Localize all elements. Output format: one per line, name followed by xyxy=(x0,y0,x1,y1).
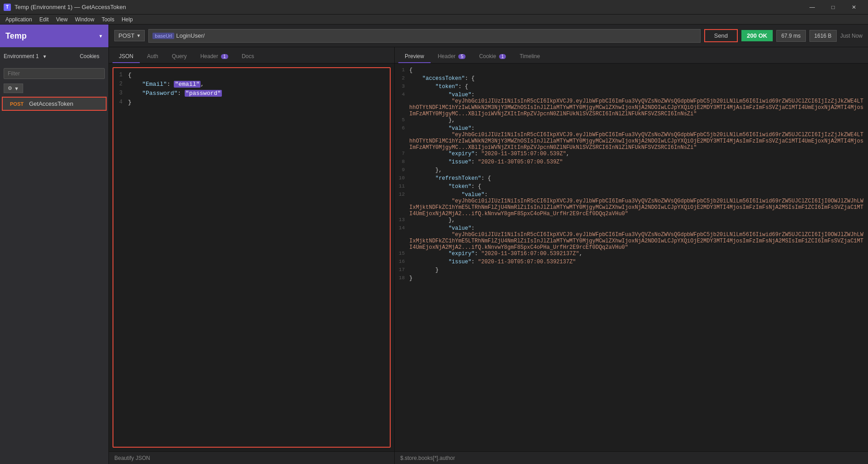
rc-line-6: 6 "value": "eyJhbGci0iJIUzI1NiIsInR5cCI6… xyxy=(395,125,868,151)
status-badge: 200 OK xyxy=(741,30,773,41)
method-dropdown-icon: ▼ xyxy=(136,33,141,38)
tab-auth[interactable]: Auth xyxy=(141,50,165,63)
app-icon: T xyxy=(4,4,11,11)
panels-container: JSON Auth Query Header 1 Docs 1 xyxy=(109,47,868,464)
rc-line-16: 16 "issue": "2020-11-30T05:07:00.5392137… xyxy=(395,259,868,267)
rc-line-17: 17 } xyxy=(395,267,868,275)
tab-preview[interactable]: Preview xyxy=(398,50,431,63)
gear-icon: ⚙ xyxy=(8,85,12,91)
rc-line-14: 14 "value": "eyJhbGci0iJIUzI1NiIsInR5cCI… xyxy=(395,225,868,251)
code-line-2: 2 "Email": "email", xyxy=(113,81,390,90)
response-status-bar: $.store.books[*].author xyxy=(395,451,868,464)
request-name: GetAccessToken xyxy=(29,100,74,107)
rc-line-11: 11 "token": { xyxy=(395,183,868,192)
method-value: POST xyxy=(118,32,134,39)
beautify-bar: Beautify JSON xyxy=(109,451,394,464)
code-line-3: 3 "Password": "password" xyxy=(113,90,390,99)
rc-line-2: 2 "accessToken": { xyxy=(395,75,868,84)
sidebar-filter-area xyxy=(0,65,108,82)
request-bar: POST ▼ baseUrl LoginUser/ Send 200 OK 67… xyxy=(109,25,868,47)
timing-badge: 67.9 ms xyxy=(776,30,806,42)
menu-window[interactable]: Window xyxy=(71,15,98,24)
url-path: LoginUser/ xyxy=(176,32,205,39)
send-button[interactable]: Send xyxy=(704,29,738,42)
menu-application[interactable]: Application xyxy=(2,15,36,24)
window-title: Temp (Environment 1) — GetAccessToken xyxy=(15,4,126,10)
resp-header-badge: 5 xyxy=(458,54,466,59)
cookies-button[interactable]: Cookies xyxy=(74,51,105,61)
method-label: POST xyxy=(8,101,25,107)
rc-line-18: 18 } xyxy=(395,275,868,283)
sidebar-dropdown-icon[interactable]: ▼ xyxy=(98,34,103,39)
email-highlight: "email" xyxy=(174,81,201,88)
main-content: POST ▼ baseUrl LoginUser/ Send 200 OK 67… xyxy=(109,25,868,464)
menu-edit[interactable]: Edit xyxy=(36,15,53,24)
sidebar-header: Temp ▼ xyxy=(0,25,108,47)
sidebar-actions: ⚙ ▼ xyxy=(0,82,108,95)
window-controls: — □ ✕ xyxy=(802,0,864,15)
cookie-badge: 1 xyxy=(499,54,506,59)
sidebar-item-get-access-token[interactable]: POST GetAccessToken xyxy=(2,97,107,111)
request-code-editor[interactable]: 1 { 2 "Email": "email", 3 xyxy=(113,68,390,447)
response-code-viewer[interactable]: 1 { 2 "accessToken": { 3 "token": { 4 xyxy=(395,64,868,451)
tab-resp-header[interactable]: Header 5 xyxy=(432,50,472,63)
menu-view[interactable]: View xyxy=(52,15,71,24)
jsonpath-label[interactable]: $.store.books[*].author xyxy=(400,455,455,461)
menu-help[interactable]: Help xyxy=(118,15,137,24)
beautify-label[interactable]: Beautify JSON xyxy=(114,455,150,461)
minimize-button[interactable]: — xyxy=(802,0,823,15)
maximize-button[interactable]: □ xyxy=(823,0,843,15)
rc-line-13: 13 }, xyxy=(395,217,868,225)
close-button[interactable]: ✕ xyxy=(843,0,864,15)
tab-docs[interactable]: Docs xyxy=(235,50,260,63)
request-tab-bar: JSON Auth Query Header 1 Docs xyxy=(109,47,394,64)
filter-input[interactable] xyxy=(4,68,105,79)
menu-bar: Application Edit View Window Tools Help xyxy=(0,15,868,25)
app-layout: Temp ▼ Environment 1 ▼ Cookies ⚙ ▼ POST … xyxy=(0,25,868,464)
url-bar[interactable]: baseUrl LoginUser/ xyxy=(148,29,700,43)
rc-line-1: 1 { xyxy=(395,67,868,75)
env-name: Environment 1 xyxy=(4,53,39,59)
password-highlight: "password" xyxy=(185,90,222,97)
title-bar: T Temp (Environment 1) — GetAccessToken … xyxy=(0,0,868,15)
tab-cookie[interactable]: Cookie 1 xyxy=(473,50,512,63)
rc-line-9: 9 }, xyxy=(395,167,868,175)
rc-line-15: 15 "expiry": "2020-11-30T16:07:00.539213… xyxy=(395,251,868,259)
env-dropdown-icon[interactable]: ▼ xyxy=(42,54,47,59)
response-tab-bar: Preview Header 5 Cookie 1 Timeline xyxy=(395,47,868,64)
rc-line-12: 12 "value": "eyJhbGci0iJIUzI1NiIsInR5cCI… xyxy=(395,192,868,217)
environment-selector[interactable]: Environment 1 ▼ xyxy=(4,49,74,64)
size-badge: 1616 B xyxy=(809,30,837,42)
rc-line-8: 8 "issue": "2020-11-30T05:07:00.539Z" xyxy=(395,159,868,167)
menu-tools[interactable]: Tools xyxy=(98,15,118,24)
rc-line-3: 3 "token": { xyxy=(395,84,868,92)
method-select[interactable]: POST ▼ xyxy=(114,30,145,41)
rc-line-4: 4 "value": "eyJhbGci0iJIUzI1NiIsInR5cCI6… xyxy=(395,92,868,117)
sidebar: Temp ▼ Environment 1 ▼ Cookies ⚙ ▼ POST … xyxy=(0,25,109,464)
code-line-4: 4 } xyxy=(113,99,390,108)
tab-query[interactable]: Query xyxy=(166,50,193,63)
sidebar-title: Temp xyxy=(5,31,27,41)
timestamp-label: Just Now xyxy=(840,33,863,39)
header-tab-badge: 1 xyxy=(221,54,228,59)
gear-settings-button[interactable]: ⚙ ▼ xyxy=(4,84,23,93)
gear-dropdown-icon: ▼ xyxy=(14,86,19,91)
rc-line-10: 10 "refreshToken": { xyxy=(395,175,868,183)
request-editor-border: 1 { 2 "Email": "email", 3 xyxy=(113,67,391,448)
env-cookies-row: Environment 1 ▼ Cookies xyxy=(0,47,108,65)
code-line-1: 1 { xyxy=(113,72,390,81)
rc-line-5: 5 }, xyxy=(395,117,868,125)
tab-timeline[interactable]: Timeline xyxy=(513,50,546,63)
base-url-badge: baseUrl xyxy=(152,33,174,39)
request-panel: JSON Auth Query Header 1 Docs 1 xyxy=(109,47,395,464)
response-panel: Preview Header 5 Cookie 1 Timeline 1 { xyxy=(395,47,868,464)
tab-header[interactable]: Header 1 xyxy=(194,50,234,63)
rc-line-7: 7 "expiry": "2020-11-30T15:07:00.539Z", xyxy=(395,151,868,159)
tab-json[interactable]: JSON xyxy=(113,50,140,63)
